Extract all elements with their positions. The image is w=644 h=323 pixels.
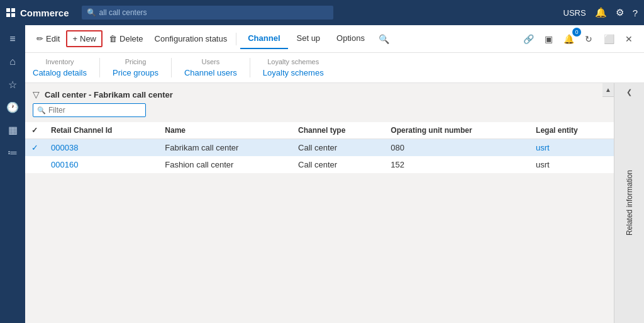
loyalty-schemes-link[interactable]: Loyalty schemes — [263, 68, 324, 77]
notification-badge[interactable]: 🔔 0 — [560, 30, 577, 48]
row-name: Fashion call center — [158, 156, 292, 173]
tab-setup[interactable]: Set up — [289, 28, 328, 49]
sidebar-modules-icon[interactable]: ≔ — [3, 142, 23, 162]
toolbar: ✏ Edit + New 🗑 Delete Configuration stat… — [25, 25, 644, 53]
delete-button[interactable]: 🗑 Delete — [104, 31, 148, 46]
row-operating-unit: 080 — [384, 139, 530, 157]
submenu-users: Users Channel users — [172, 58, 250, 77]
badge-count: 0 — [572, 28, 581, 37]
row-legal-entity: usrt — [530, 156, 614, 173]
submenu-pricing-label: Pricing — [125, 58, 147, 65]
content-area: ✏ Edit + New 🗑 Delete Configuration stat… — [25, 25, 644, 323]
help-icon[interactable]: ? — [633, 8, 638, 18]
global-search-bar[interactable]: 🔍 — [82, 6, 333, 20]
channel-type-header: Channel type — [292, 122, 384, 139]
sidebar-recent-icon[interactable]: 🕐 — [3, 97, 23, 117]
search-icon: 🔍 — [87, 8, 96, 17]
submenu-inventory-label: Inventory — [45, 58, 74, 65]
row-id[interactable]: 000160 — [45, 156, 158, 173]
left-sidebar: ≡ ⌂ ☆ 🕐 ▦ ≔ — [0, 25, 25, 323]
toolbar-right-actions: 🔗 ▣ 🔔 0 ↻ ⬜ ✕ — [519, 30, 638, 48]
submenu-loyalty: Loyalty schemes Loyalty schemes — [250, 58, 336, 77]
filter-search-icon: 🔍 — [37, 106, 46, 115]
table-body: ✓ 000038 Fabrikam call center Call cente… — [25, 139, 614, 174]
sidebar-home-icon[interactable]: ⌂ — [3, 52, 23, 72]
configuration-status-button[interactable]: Configuration status — [150, 31, 233, 46]
row-channel-type: Call center — [292, 139, 384, 157]
plus-icon: + — [72, 34, 77, 43]
app-logo: Commerce — [6, 8, 69, 18]
powerapp-icon[interactable]: ▣ — [540, 30, 557, 48]
user-label: USRS — [564, 8, 586, 18]
top-nav-bar: Commerce 🔍 USRS 🔔 ⚙ ? — [0, 0, 644, 25]
notification-icon[interactable]: 🔔 — [595, 7, 607, 18]
row-operating-unit: 152 — [384, 156, 530, 173]
price-groups-link[interactable]: Price groups — [113, 68, 158, 77]
name-header: Name — [158, 122, 292, 139]
row-legal-entity[interactable]: usrt — [530, 139, 614, 157]
right-panel-arrow[interactable]: ❮ — [626, 88, 632, 96]
refresh-icon[interactable]: ↻ — [580, 30, 597, 48]
filter-input[interactable] — [48, 106, 142, 115]
channel-users-link[interactable]: Channel users — [184, 68, 237, 77]
sidebar-workspace-icon[interactable]: ▦ — [3, 120, 23, 140]
delete-icon: 🗑 — [109, 34, 117, 43]
tab-options[interactable]: Options — [329, 28, 372, 49]
toolbar-divider — [236, 33, 236, 45]
grid-left: ▲ ▽ Call center - Fabrikam call center 🔍 — [25, 83, 614, 323]
search-input[interactable] — [82, 6, 333, 20]
new-button[interactable]: + New — [66, 30, 103, 47]
data-table: ✓ Retail Channel Id Name Channel type Op… — [25, 122, 614, 173]
right-panel-label[interactable]: Related information — [625, 170, 634, 235]
legal-entity-header: Legal entity — [530, 122, 614, 139]
sidebar-favorites-icon[interactable]: ☆ — [3, 74, 23, 94]
right-panel[interactable]: ❮ Related information — [614, 83, 644, 323]
restore-icon[interactable]: ⬜ — [600, 30, 618, 48]
submenu-inventory: Inventory Catalog details — [33, 58, 100, 77]
filter-row: ▽ Call center - Fabrikam call center — [25, 89, 614, 103]
table-wrapper: ✓ Retail Channel Id Name Channel type Op… — [25, 122, 614, 173]
row-id[interactable]: 000038 — [45, 139, 158, 157]
submenu-pricing: Pricing Price groups — [100, 58, 172, 77]
row-check — [25, 156, 45, 173]
retail-channel-id-header: Retail Channel Id — [45, 122, 158, 139]
search-toolbar-icon[interactable]: 🔍 — [379, 34, 389, 44]
settings-icon[interactable]: ⚙ — [616, 7, 624, 18]
tab-channel[interactable]: Channel — [240, 28, 287, 49]
row-name: Fabrikam call center — [158, 139, 292, 157]
submenu-loyalty-label: Loyalty schemes — [267, 58, 319, 65]
app-title: Commerce — [20, 8, 69, 18]
operating-unit-header: Operating unit number — [384, 122, 530, 139]
row-check: ✓ — [25, 139, 45, 157]
sidebar-menu-icon[interactable]: ≡ — [3, 29, 23, 49]
table-header-row: ✓ Retail Channel Id Name Channel type Op… — [25, 122, 614, 139]
filter-input-wrapper[interactable]: 🔍 — [33, 103, 146, 117]
table-row[interactable]: 000160 Fashion call center Call center 1… — [25, 156, 614, 173]
share-icon[interactable]: 🔗 — [519, 30, 537, 48]
close-icon[interactable]: ✕ — [620, 30, 638, 48]
edit-button[interactable]: ✏ Edit — [31, 31, 65, 46]
edit-icon: ✏ — [36, 34, 43, 43]
main-layout: ≡ ⌂ ☆ 🕐 ▦ ≔ ✏ Edit + New 🗑 Delet — [0, 25, 644, 323]
collapse-button[interactable]: ▲ — [602, 83, 614, 97]
submenu-users-label: Users — [202, 58, 220, 65]
row-channel-type: Call center — [292, 156, 384, 173]
submenu-row: Inventory Catalog details Pricing Price … — [25, 53, 644, 83]
table-head: ✓ Retail Channel Id Name Channel type Op… — [25, 122, 614, 139]
table-row[interactable]: ✓ 000038 Fabrikam call center Call cente… — [25, 139, 614, 157]
check-column-header: ✓ — [25, 122, 45, 139]
grid-title: Call center - Fabrikam call center — [45, 90, 173, 99]
grid-icon — [6, 8, 15, 17]
catalog-details-link[interactable]: Catalog details — [33, 68, 87, 77]
grid-area: ▲ ▽ Call center - Fabrikam call center 🔍 — [25, 83, 644, 323]
filter-icon[interactable]: ▽ — [33, 89, 40, 99]
top-bar-right: USRS 🔔 ⚙ ? — [564, 7, 638, 18]
filter-input-row: 🔍 — [25, 103, 614, 122]
